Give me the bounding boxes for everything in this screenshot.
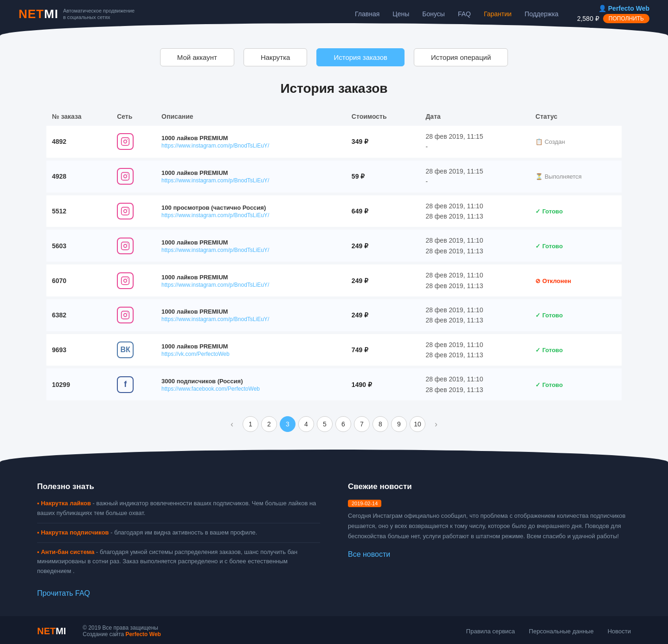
tabs-section: Мой аккаунт Накрутка История заказов Ист… (0, 37, 668, 66)
facebook-icon: f (117, 376, 134, 393)
page-5-button[interactable]: 5 (317, 416, 333, 432)
useful-item-3: • Анти-бан система - благодаря умной сис… (37, 547, 320, 576)
instagram-icon (117, 168, 134, 185)
order-link[interactable]: https://www.instagram.com/p/BnodTsLiEuY/ (161, 177, 340, 184)
svg-rect-3 (122, 173, 129, 180)
svg-point-8 (127, 209, 128, 210)
page-4-button[interactable]: 4 (298, 416, 314, 432)
faq-link[interactable]: Прочитать FAQ (37, 589, 90, 597)
order-network (111, 263, 156, 298)
order-cost: 649 ₽ (346, 194, 420, 229)
footer-perfectoweb-link[interactable]: Perfecto Web (125, 631, 161, 638)
col-network: Сеть (111, 109, 156, 126)
order-link[interactable]: https://www.instagram.com/p/BnodTsLiEuY/ (161, 282, 340, 288)
status-running-icon: ⏳ Выполняется (535, 173, 582, 180)
useful-item-2: • Накрутка подписчиков - благодаря им ви… (37, 528, 320, 538)
table-row: 6070 1000 лайков PREMIUMhttps://www.inst… (46, 263, 622, 298)
tab-my-account[interactable]: Мой аккаунт (160, 48, 234, 66)
nav-prices[interactable]: Цены (392, 10, 409, 18)
footer-copyright: © 2019 Все права защищены Создание сайта… (83, 625, 457, 638)
svg-rect-15 (122, 311, 129, 319)
tab-operations[interactable]: История операций (414, 48, 508, 66)
order-status: ⊘ Отклонен (530, 263, 622, 298)
order-number: 4928 (46, 159, 111, 194)
page-7-button[interactable]: 7 (354, 416, 370, 432)
main-nav: Главная Цены Бонусы FAQ Гарантии Поддерж… (355, 10, 559, 18)
order-number: 6382 (46, 298, 111, 333)
svg-point-17 (127, 313, 128, 314)
page-10-button[interactable]: 10 (410, 416, 425, 432)
page-title: История заказов (46, 81, 622, 96)
order-status: 📋 Создан (530, 126, 622, 159)
nav-support[interactable]: Поддержка (525, 10, 559, 18)
footer-logo: NETMI (37, 626, 66, 637)
footer-link-news[interactable]: Новости (608, 628, 631, 635)
table-row: 4892 1000 лайков PREMIUMhttps://www.inst… (46, 126, 622, 159)
nav-home[interactable]: Главная (355, 10, 379, 18)
vk-icon: ВК (117, 341, 134, 358)
order-date: 28 фев 2019, 11:1028 фев 2019, 11:13 (420, 228, 530, 263)
order-link[interactable]: https://www.instagram.com/p/BnodTsLiEuY/ (161, 142, 340, 149)
order-number: 9693 (46, 333, 111, 367)
order-number: 5512 (46, 194, 111, 229)
order-link[interactable]: https://www.facebook.com/PerfectoWeb (161, 386, 340, 392)
useful-link-3[interactable]: Анти-бан система (41, 548, 94, 555)
page-1-button[interactable]: 1 (243, 416, 258, 432)
footer-news: Свежие новости 2019-02-14 Сегодня Инстаг… (348, 482, 631, 598)
user-block: 👤Perfecto Web 2,580 ₽ ПОПОЛНИТЬ (577, 5, 649, 23)
page-3-button[interactable]: 3 (280, 416, 295, 432)
order-link[interactable]: https://vk.com/PerfectoWeb (161, 351, 340, 357)
order-cost: 59 ₽ (346, 159, 420, 194)
order-link[interactable]: https://www.instagram.com/p/BnodTsLiEuY/ (161, 316, 340, 322)
footer-link-rules[interactable]: Правила сервиса (466, 628, 515, 635)
order-date: 28 фев 2019, 11:1028 фев 2019, 11:13 (420, 367, 530, 402)
next-page-button[interactable]: › (428, 416, 444, 432)
footer: Полезно знать • Накрутка лайков - важный… (0, 464, 668, 616)
page-9-button[interactable]: 9 (391, 416, 407, 432)
order-description: 1000 лайков PREMIUMhttps://www.instagram… (156, 298, 346, 333)
tab-boost[interactable]: Накрутка (244, 48, 308, 66)
instagram-icon (117, 133, 134, 150)
svg-point-5 (127, 174, 128, 175)
nav-bonuses[interactable]: Бонусы (422, 10, 445, 18)
col-date: Дата (420, 109, 530, 126)
useful-link-2[interactable]: Накрутка подписчиков (41, 529, 109, 536)
nav-guarantees[interactable]: Гарантии (484, 10, 512, 18)
logo: NETMI (19, 7, 58, 21)
order-status: ✓ Готово (530, 298, 622, 333)
svg-point-16 (124, 314, 127, 317)
order-number: 10299 (46, 367, 111, 402)
page-6-button[interactable]: 6 (335, 416, 351, 432)
instagram-icon (117, 272, 134, 289)
news-text: Сегодня Инстаграм официально сообщил, чт… (348, 511, 631, 541)
table-header-row: № заказа Сеть Описание Стоимость Дата Ст… (46, 109, 622, 126)
order-status: ✓ Готово (530, 333, 622, 367)
main-content: История заказов № заказа Сеть Описание С… (0, 66, 668, 454)
order-link[interactable]: https://www.instagram.com/p/BnodTsLiEuY/ (161, 247, 340, 253)
col-cost: Стоимость (346, 109, 420, 126)
page-8-button[interactable]: 8 (373, 416, 388, 432)
svg-point-14 (127, 278, 128, 279)
order-status: ⏳ Выполняется (530, 159, 622, 194)
nav-faq[interactable]: FAQ (458, 10, 471, 18)
footer-link-personal[interactable]: Персональные данные (529, 628, 594, 635)
all-news-link[interactable]: Все новости (348, 550, 390, 558)
order-cost: 1490 ₽ (346, 367, 420, 402)
status-rejected-icon: ⊘ Отклонен (535, 277, 571, 284)
order-link[interactable]: https://www.instagram.com/p/BnodTsLiEuY/ (161, 212, 340, 219)
order-description: 1000 лайков PREMIUMhttps://vk.com/Perfec… (156, 333, 346, 367)
order-description: 1000 лайков PREMIUMhttps://www.instagram… (156, 159, 346, 194)
logo-block: NETMI Автоматическое продвижение в социа… (19, 7, 137, 21)
useful-link-1[interactable]: Накрутка лайков (41, 500, 91, 507)
order-status: ✓ Готово (530, 228, 622, 263)
svg-point-10 (124, 244, 127, 247)
instagram-icon (117, 203, 134, 219)
prev-page-button[interactable]: ‹ (224, 416, 240, 432)
page-2-button[interactable]: 2 (261, 416, 277, 432)
tab-order-history[interactable]: История заказов (316, 48, 405, 66)
replenish-button[interactable]: ПОПОЛНИТЬ (603, 14, 649, 23)
svg-point-1 (124, 140, 127, 143)
order-status: ✓ Готово (530, 194, 622, 229)
order-network: f (111, 367, 156, 402)
order-date: 28 фев 2019, 11:1028 фев 2019, 11:13 (420, 298, 530, 333)
